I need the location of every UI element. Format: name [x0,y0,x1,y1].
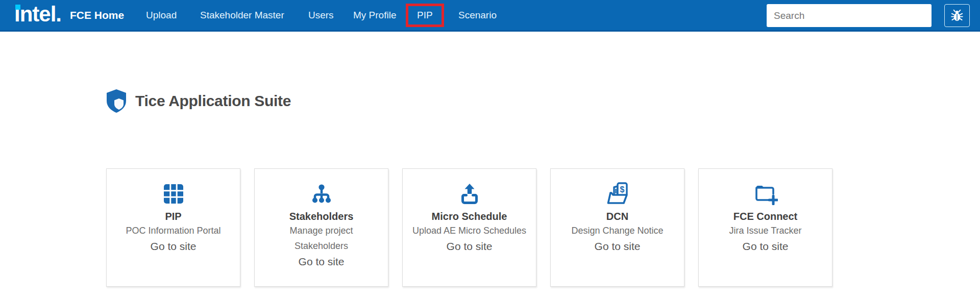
card-description: Design Change Notice [551,223,684,238]
nav-item-stakeholder-master[interactable]: Stakeholder Master [200,0,284,30]
intel-logo-text: intel. [14,2,61,26]
svg-text:$: $ [620,185,624,194]
card-icon-wrap [107,182,240,206]
card-pip: PIP POC Information Portal Go to site [106,168,240,287]
top-navbar: intel. FCE Home Upload Stakeholder Maste… [0,0,980,32]
go-to-site-link[interactable]: Go to site [403,238,536,254]
suite-header: Tice Application Suite [105,89,291,113]
card-title: FCE Connect [699,210,832,223]
nav-item-users[interactable]: Users [308,0,334,30]
pip-highlight-annotation [406,4,444,27]
intel-logo[interactable]: intel. [14,0,61,30]
bug-icon [950,9,964,23]
application-cards-row: PIP POC Information Portal Go to site St… [106,168,832,287]
card-title: Stakeholders [255,210,388,223]
dollar-document-folder-icon: $ [605,182,630,206]
upload-icon [458,183,481,205]
card-title: PIP [107,210,240,223]
card-title: Micro Schedule [403,210,536,223]
intel-logo-i-dot-square [15,5,20,10]
card-icon-wrap [699,182,832,206]
card-stakeholders: Stakeholders Manage project Stakeholders… [254,168,388,287]
nav-item-scenario[interactable]: Scenario [458,0,497,30]
go-to-site-link[interactable]: Go to site [255,254,388,269]
nav-item-fce-home[interactable]: FCE Home [70,0,124,30]
debug-button[interactable] [944,4,970,27]
card-title: DCN [551,210,684,223]
card-dcn: $ DCN Design Change Notice Go to site [550,168,684,287]
search-input[interactable] [767,4,932,27]
nav-item-upload[interactable]: Upload [146,0,177,30]
go-to-site-link[interactable]: Go to site [699,238,832,254]
card-icon-wrap [255,182,388,206]
nav-item-my-profile[interactable]: My Profile [353,0,396,30]
go-to-site-link[interactable]: Go to site [551,238,684,254]
card-icon-wrap: $ [551,182,684,206]
card-micro-schedule: Micro Schedule Upload AE Micro Schedules… [402,168,536,287]
table-grid-icon [163,183,184,205]
go-to-site-link[interactable]: Go to site [107,238,240,254]
shield-icon [105,89,128,113]
card-description: POC Information Portal [107,223,240,238]
card-fce-connect: FCE Connect Jira Issue Tracker Go to sit… [698,168,832,287]
org-chart-icon [309,183,334,205]
suite-title: Tice Application Suite [135,92,291,110]
card-description: Upload AE Micro Schedules [403,223,536,238]
card-description-line-1: Manage project [255,223,388,238]
card-icon-wrap [403,182,536,206]
folder-plus-icon [753,183,778,205]
card-description-line-2: Stakeholders [255,238,388,254]
card-description: Jira Issue Tracker [699,223,832,238]
